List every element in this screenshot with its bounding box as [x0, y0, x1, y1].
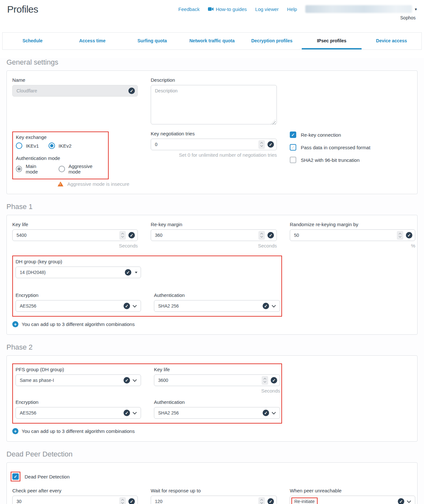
rekey-connection-label: Re-key connection	[301, 132, 341, 138]
tab-surfing-quota[interactable]: Surfing quota	[122, 33, 182, 49]
phase2-add-combination-note: + You can add up to 3 different algorith…	[12, 428, 412, 434]
pfs-group-label: PFS group (DH group)	[16, 367, 141, 372]
phase1-key-life-input[interactable]: 5400 ✓	[12, 229, 138, 241]
randomize-label: Randomize re-keying margin by	[290, 222, 415, 227]
tab-ipsec-profiles[interactable]: IPsec profiles	[302, 33, 362, 49]
ikev2-label: IKEv2	[59, 143, 71, 149]
description-field: Description	[151, 77, 277, 126]
peer-unreachable-select[interactable]: Re-initiate ✓	[290, 496, 415, 504]
caret-down-icon	[135, 272, 137, 273]
account-selector[interactable]: ▾	[305, 5, 417, 13]
key-life-label: Key life	[154, 367, 280, 372]
header-links: Feedback How-to guides Log viewer Help ▾	[178, 3, 417, 13]
phase1-authentication-select[interactable]: SHA2 256 ✓	[154, 300, 280, 312]
chevron-down-icon	[133, 378, 137, 382]
radio-ikev1[interactable]: IKEv1	[16, 142, 39, 149]
key-life-label: Key life	[12, 222, 138, 227]
wait-response-input[interactable]: 120 ✓	[151, 496, 277, 504]
key-exchange-label: Key exchange	[16, 134, 105, 140]
stepper-control[interactable]	[119, 231, 126, 240]
checkbox-icon[interactable]: ✓	[290, 144, 296, 151]
check-peer-label: Check peer after every	[12, 488, 138, 493]
check-peer-value: 30	[16, 499, 119, 504]
tab-decryption-profiles[interactable]: Decryption profiles	[242, 33, 302, 49]
radio-icon[interactable]	[16, 142, 22, 149]
dh-group-select[interactable]: 14 (DH2048) ✓	[16, 267, 141, 278]
radio-aggressive-mode[interactable]: Aggressive mode	[59, 163, 105, 174]
pfs-group-field: PFS group (DH group) Same as phase-I ✓	[16, 367, 141, 394]
radio-main-mode[interactable]: Main mode	[16, 163, 49, 174]
phase2-key-life-input[interactable]: 3600 ✓	[154, 374, 280, 386]
stepper-control[interactable]	[119, 497, 126, 504]
ikev1-label: IKEv1	[26, 143, 39, 149]
stepper-control[interactable]	[258, 140, 265, 149]
account-name-redacted	[305, 5, 412, 13]
pfs-group-select[interactable]: Same as phase-I ✓	[16, 374, 141, 386]
tab-device-access[interactable]: Device access	[362, 33, 421, 49]
radio-ikev2[interactable]: IKEv2	[49, 142, 71, 149]
phase1-authentication-field: Authentication SHA2 256 ✓	[154, 292, 280, 312]
authentication-label: Authentication	[154, 292, 280, 298]
sha2-truncation-label: SHA2 with 96-bit truncation	[301, 157, 360, 163]
checkbox-checked-icon[interactable]: ✓	[12, 473, 19, 480]
aggressive-mode-label: Aggressive mode	[69, 163, 105, 174]
add-icon[interactable]: +	[12, 428, 18, 434]
valid-check-icon: ✓	[128, 88, 135, 94]
dh-group-value: 14 (DH2048)	[20, 270, 122, 275]
radio-icon[interactable]	[59, 166, 65, 172]
rekey-connection-checkbox[interactable]: ✓ Re-key connection	[290, 131, 415, 138]
phase1-rekey-margin-input[interactable]: 360 ✓	[151, 229, 277, 241]
caret-down-icon[interactable]: ▾	[415, 7, 417, 12]
valid-check-icon: ✓	[267, 232, 274, 238]
brand-label: Sophos	[400, 15, 417, 20]
add-icon[interactable]: +	[12, 321, 18, 327]
phase1-encryption-select[interactable]: AES256 ✓	[16, 300, 141, 312]
valid-check-icon: ✓	[128, 498, 135, 504]
checkbox-icon[interactable]	[290, 157, 296, 163]
stepper-control[interactable]	[262, 376, 268, 385]
rekey-margin-value: 360	[155, 233, 258, 238]
dh-group-field: DH group (key group) 14 (DH2048) ✓	[16, 259, 141, 278]
auth-mode-radios: Main mode Aggressive mode	[16, 163, 105, 174]
phase1-randomize-input[interactable]: 50 ✓	[290, 229, 415, 241]
description-label: Description	[151, 77, 277, 83]
dpd-checkbox-annotation-box: ✓	[11, 472, 20, 481]
general-settings-card: Name Cloudflare ✓ Description	[6, 70, 418, 194]
header-right: Feedback How-to guides Log viewer Help ▾…	[178, 3, 417, 20]
tab-schedule[interactable]: Schedule	[3, 33, 62, 49]
auth-mode-label: Authentication mode	[16, 155, 105, 161]
checkbox-checked-icon[interactable]: ✓	[290, 131, 296, 138]
stepper-control[interactable]	[258, 231, 265, 240]
stepper-control[interactable]	[397, 231, 403, 240]
tab-network-traffic-quota[interactable]: Network traffic quota	[182, 33, 242, 49]
check-peer-input[interactable]: 30 ✓	[12, 496, 138, 504]
radio-checked-icon[interactable]	[16, 166, 22, 172]
wait-response-field: Wait for response up to 120 ✓ Seconds	[151, 488, 277, 504]
how-to-guides-link[interactable]: How-to guides	[208, 6, 247, 12]
feedback-link[interactable]: Feedback	[178, 6, 200, 12]
phase2-heading: Phase 2	[6, 343, 418, 352]
sha2-truncation-checkbox[interactable]: SHA2 with 96-bit truncation	[290, 157, 415, 163]
log-viewer-label: Log viewer	[255, 6, 279, 12]
valid-check-icon: ✓	[128, 232, 135, 238]
help-link[interactable]: Help	[287, 6, 297, 12]
dpd-enable-row: ✓ Dead Peer Detection	[12, 472, 412, 481]
tab-access-time[interactable]: Access time	[62, 33, 122, 49]
phase2-authentication-select[interactable]: SHA2 256 ✓	[154, 407, 280, 419]
key-negotiation-input[interactable]: 0 ✓	[151, 139, 277, 150]
warning-text: Aggressive mode is insecure	[67, 181, 129, 187]
phase1-heading: Phase 1	[6, 203, 418, 211]
name-label: Name	[12, 77, 138, 83]
encryption-label: Encryption	[16, 292, 141, 298]
phase2-encryption-select[interactable]: AES256 ✓	[16, 407, 141, 419]
valid-check-icon: ✓	[124, 377, 130, 383]
stepper-control[interactable]	[258, 497, 265, 504]
log-viewer-link[interactable]: Log viewer	[255, 6, 279, 12]
description-textarea[interactable]	[151, 85, 277, 124]
phase1-key-life-field: Key life 5400 ✓ Seconds	[12, 222, 138, 248]
radio-checked-icon[interactable]	[49, 142, 55, 149]
key-negotiation-value: 0	[155, 142, 258, 147]
compressed-format-checkbox[interactable]: ✓ Pass data in compressed format	[290, 144, 415, 151]
tab-bar: Schedule Access time Surfing quota Netwo…	[2, 32, 422, 50]
phase2-algorithms-annotation-box: PFS group (DH group) Same as phase-I ✓ K…	[12, 363, 282, 424]
